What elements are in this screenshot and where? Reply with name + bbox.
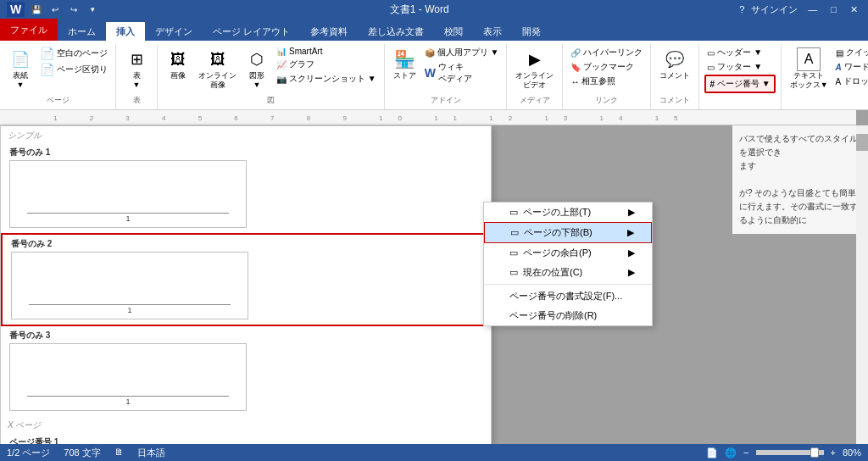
- tab-page-layout[interactable]: ページ レイアウト: [203, 22, 300, 41]
- dropdown-bottom-of-page[interactable]: ▭ ページの下部(B) ▶: [484, 222, 652, 243]
- cover-page-icon: 📄: [8, 47, 32, 71]
- quick-parts-icon: ▤: [836, 48, 843, 58]
- hyperlink-label: ハイパーリンク: [583, 47, 643, 58]
- dropcap-button[interactable]: A ドロップ キャップ▼: [833, 75, 868, 88]
- chart-button[interactable]: 📈 グラフ: [274, 58, 379, 71]
- panel-item-4[interactable]: ページ番号 1 p. 1: [1, 433, 491, 444]
- help-button[interactable]: ?: [739, 4, 744, 14]
- smartart-button[interactable]: 📊 SmartArt: [274, 46, 379, 57]
- tab-design[interactable]: デザイン: [145, 22, 203, 41]
- cross-ref-button[interactable]: ↔ 相互参照: [568, 75, 645, 88]
- bookmark-button[interactable]: 🔖 ブックマーク: [568, 60, 645, 74]
- maximize-button[interactable]: □: [827, 4, 840, 14]
- wordart-button[interactable]: A ワードアート▼: [833, 60, 868, 74]
- wordart-label: ワードアート▼: [844, 61, 868, 73]
- panel-preview-2: 1: [11, 252, 248, 319]
- group-media-label: メディア: [520, 93, 550, 108]
- ruler-numbers: 1 2 3 4 5 6 7 8 9 10 11 12 13 14 15: [47, 114, 693, 122]
- quick-redo-icon[interactable]: ↪: [67, 3, 81, 16]
- zoom-thumb[interactable]: [810, 447, 819, 458]
- doc-scrollbar[interactable]: [856, 125, 868, 444]
- wikipedia-button[interactable]: W ウィキペディア: [422, 60, 502, 86]
- panel-preview-3: 1: [9, 343, 247, 411]
- dropdown-page-margin[interactable]: ▭ ページの余白(P) ▶: [484, 243, 652, 263]
- page-number-button[interactable]: # ページ番号 ▼: [704, 75, 775, 93]
- panel-item-3[interactable]: 番号のみ 3 1: [1, 326, 491, 416]
- quick-parts-button[interactable]: ▤ クイック パーツ▼: [833, 46, 868, 59]
- view-print-icon[interactable]: 📄: [706, 447, 718, 458]
- zoom-out-button[interactable]: −: [743, 447, 748, 458]
- online-video-icon: ▶: [523, 47, 547, 71]
- footer-button[interactable]: ▭ フッター ▼: [704, 60, 775, 74]
- dropdown-current-position[interactable]: ▭ 現在の位置(C) ▶: [484, 263, 652, 282]
- blank-page-button[interactable]: 📄 空白のページ: [37, 46, 110, 61]
- dropdown-current-arrow: ▶: [628, 267, 635, 278]
- panel-item-2[interactable]: 番号のみ 2 1: [1, 233, 491, 326]
- picture-button[interactable]: 🖼 画像: [163, 46, 193, 82]
- language: 🗎: [114, 447, 124, 459]
- textbox-button[interactable]: A テキストボックス▼: [787, 46, 832, 92]
- comment-button[interactable]: 💬 コメント: [656, 46, 693, 82]
- group-text: A テキストボックス▼ ▤ クイック パーツ▼ A ワードアート▼ A ドロップ…: [782, 44, 868, 109]
- blank-page-label: 空白のページ: [57, 47, 108, 59]
- dropdown-top-label: ページの上部(T): [523, 206, 591, 219]
- dropdown-top-arrow: ▶: [628, 207, 635, 218]
- online-video-button[interactable]: ▶ オンラインビデオ: [512, 46, 557, 92]
- close-button[interactable]: ✕: [847, 4, 861, 15]
- quick-dropdown-icon[interactable]: ▼: [86, 3, 99, 16]
- word-count: 708 文字: [64, 447, 100, 459]
- page-count: 1/2 ページ: [7, 447, 50, 459]
- panel-item-1[interactable]: 番号のみ 1 1: [1, 143, 491, 233]
- zoom-slider[interactable]: [756, 450, 824, 455]
- minimize-button[interactable]: ―: [804, 4, 821, 14]
- dropcap-label: ドロップ キャップ▼: [843, 75, 868, 87]
- zoom-in-button[interactable]: +: [831, 447, 836, 458]
- store-button[interactable]: 🏪 ストア: [390, 46, 420, 82]
- tab-view[interactable]: 表示: [473, 22, 512, 41]
- screenshot-button[interactable]: 📷 スクリーンショット ▼: [274, 72, 379, 86]
- scrollbar-thumb[interactable]: [856, 134, 868, 151]
- panel-item-3-label: 番号のみ 3: [9, 330, 482, 342]
- tab-dev[interactable]: 開発: [512, 22, 551, 41]
- right-info-text: バスで使えるすべてのスタイルを選択できます が? そのような目盛とても簡単に行え…: [739, 132, 861, 227]
- page-break-button[interactable]: 📄 ページ区切り: [37, 62, 110, 77]
- personal-apps-button[interactable]: 📦 個人用アプリ ▼: [422, 46, 502, 59]
- group-illustrations: 🖼 画像 🖼 オンライン画像 ⬡ 図形▼ 📊 SmartArt: [158, 44, 385, 109]
- online-picture-button[interactable]: 🖼 オンライン画像: [195, 46, 240, 92]
- hyperlink-button[interactable]: 🔗 ハイパーリンク: [568, 46, 645, 59]
- dropdown-remove[interactable]: ページ番号の削除(R): [484, 306, 652, 325]
- signin-button[interactable]: サインイン: [751, 3, 798, 16]
- group-addins-label: アドイン: [431, 93, 461, 108]
- group-hf-items: ▭ ヘッダー ▼ ▭ フッター ▼ # ページ番号 ▼: [704, 46, 775, 104]
- tab-review[interactable]: 校閲: [434, 22, 473, 41]
- dropdown-top-icon: ▭: [509, 207, 518, 218]
- dropdown-bottom-icon: ▭: [510, 227, 519, 238]
- footer-label: フッター ▼: [717, 61, 762, 73]
- quick-undo-icon[interactable]: ↩: [48, 3, 62, 16]
- tab-home[interactable]: ホーム: [58, 22, 106, 41]
- shapes-button[interactable]: ⬡ 図形▼: [242, 46, 272, 92]
- cover-page-button[interactable]: 📄 表紙▼: [5, 46, 36, 92]
- preview-num-3: 1: [125, 397, 130, 406]
- panel-item-2-label: 番号のみ 2: [11, 238, 481, 250]
- panel-item-1-label: 番号のみ 1: [9, 147, 482, 158]
- table-button[interactable]: ⊞ 表▼: [121, 46, 152, 92]
- cross-ref-icon: ↔: [570, 77, 579, 86]
- dropdown-top-of-page[interactable]: ▭ ページの上部(T) ▶: [484, 203, 652, 222]
- comment-icon: 💬: [663, 47, 687, 71]
- tab-file[interactable]: ファイル: [0, 19, 58, 41]
- cross-ref-label: 相互参照: [581, 75, 615, 87]
- dropdown-format[interactable]: ページ番号の書式設定(F)...: [484, 286, 652, 306]
- tab-insert[interactable]: 挿入: [106, 22, 145, 41]
- header-label: ヘッダー ▼: [717, 47, 762, 58]
- tab-references[interactable]: 参考資料: [300, 22, 358, 41]
- header-button[interactable]: ▭ ヘッダー ▼: [704, 46, 775, 59]
- view-web-icon[interactable]: 🌐: [725, 447, 737, 458]
- word-logo-icon: W: [7, 2, 25, 17]
- zoom-level: 80%: [843, 447, 861, 458]
- tab-mailings[interactable]: 差し込み文書: [358, 22, 434, 41]
- title-controls: ? サインイン ― □ ✕: [739, 3, 861, 16]
- dropdown-current-icon: ▭: [509, 267, 518, 278]
- group-illustrations-label: 図: [267, 93, 275, 108]
- quick-save-icon[interactable]: 💾: [30, 3, 43, 16]
